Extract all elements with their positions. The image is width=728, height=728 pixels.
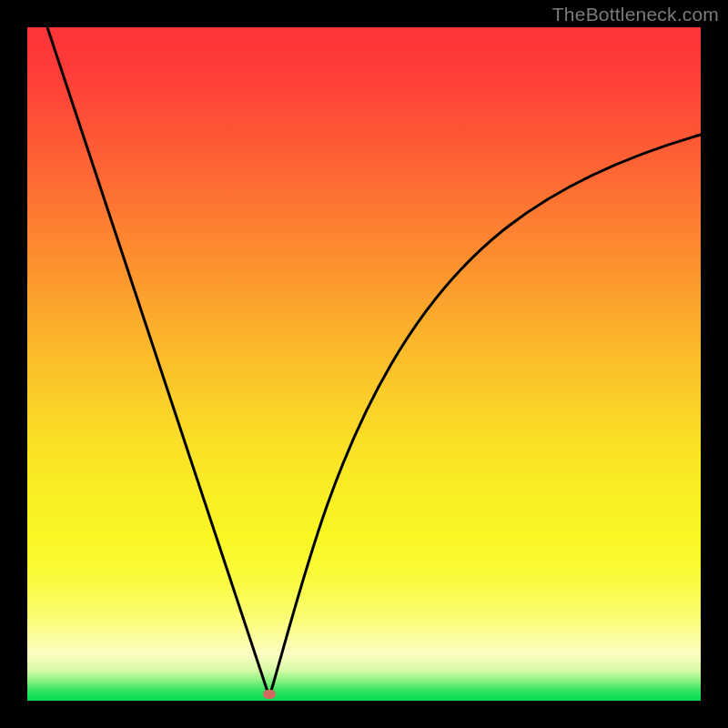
watermark-text: TheBottleneck.com <box>552 4 719 25</box>
curve-right-branch <box>269 135 701 697</box>
curve-left-branch <box>47 27 269 697</box>
chart-frame: TheBottleneck.com <box>0 0 728 728</box>
bottleneck-curve <box>27 27 701 701</box>
plot-area <box>27 27 701 701</box>
optimal-point-marker <box>263 690 276 699</box>
